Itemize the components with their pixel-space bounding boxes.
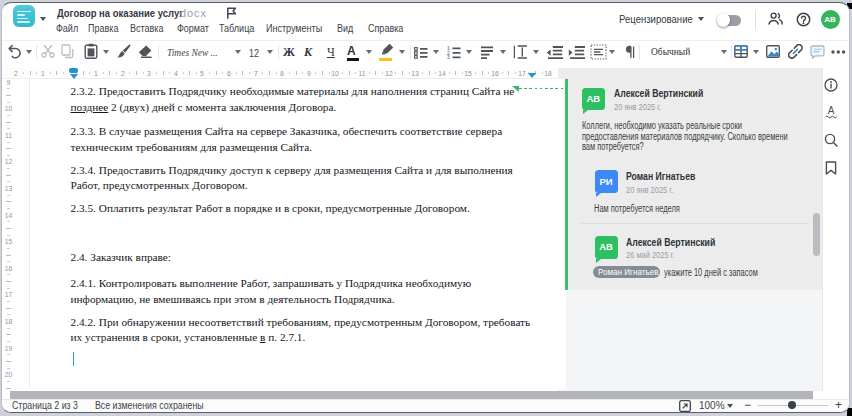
- svg-text:3: 3: [447, 54, 450, 59]
- svg-text:А: А: [828, 105, 835, 116]
